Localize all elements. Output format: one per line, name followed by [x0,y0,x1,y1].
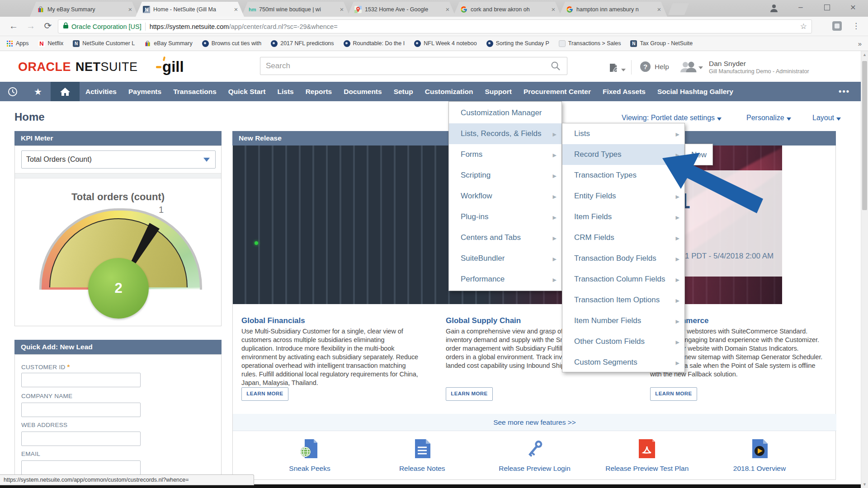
bookmark-transactions-sales[interactable]: Transactions > Sales [559,40,621,47]
learn-more-button[interactable]: LEARN MORE [241,387,288,401]
menu-item-scripting[interactable]: Scripting [449,165,561,186]
nav-item-payments[interactable]: Payments [123,82,167,101]
tab-ebay-summary[interactable]: My eBay Summary [30,2,138,17]
menu-item-plug-ins[interactable]: Plug-ins [449,206,561,227]
bookmark-nfl-week4[interactable]: NFL Week 4 noteboo [414,40,476,47]
close-icon[interactable] [550,6,557,13]
search-icon[interactable] [551,61,561,73]
nav-item-customization[interactable]: Customization [419,82,479,101]
svg-text:N: N [145,7,148,12]
close-icon[interactable] [444,6,451,13]
bookmarks-overflow-icon[interactable] [858,40,862,47]
bookmark-sorting-sunday[interactable]: Sorting the Sunday P [486,40,549,47]
nav-item-social-hashtag-gallery[interactable]: Social Hashtag Gallery [651,82,739,101]
tab-google-search-cork[interactable]: cork and brew akron oh [453,2,561,17]
email-field[interactable] [21,460,141,475]
help-icon[interactable]: ? [640,61,651,72]
customer-id-field[interactable] [21,373,141,387]
tab-google-maps[interactable]: 1532 Home Ave - Google [347,2,456,17]
tab-wine-boutique[interactable]: hm 750ml wine boutique | wi [241,2,350,17]
kpi-select[interactable]: Total Orders (Count) [21,150,216,169]
menu-item-performance[interactable]: Performance [449,269,561,290]
bookmark-netflix[interactable]: NNetflix [38,40,64,47]
layout-link[interactable]: Layout [812,114,841,123]
company-name-field[interactable] [21,403,141,417]
hm-icon: hm [249,6,256,13]
address-bar[interactable]: Oracle Corporation [US] https://system.n… [58,19,812,33]
browser-menu-icon[interactable] [852,19,860,33]
new-tab-button[interactable] [668,3,689,15]
nav-item-setup[interactable]: Setup [388,82,419,101]
bookmark-browns[interactable]: Browns cut ties with [202,40,261,47]
submenu-item-item-number-fields[interactable]: Item Number Fields [562,310,684,331]
release-notes-link[interactable]: Release Notes [373,433,472,480]
see-more-link[interactable]: See more new features >> [493,418,576,426]
bookmark-ebay-summary[interactable]: eBay Summary [144,40,192,47]
nav-item-quick-start[interactable]: Quick Start [222,82,272,101]
submenu-item-transaction-column-fields[interactable]: Transaction Column Fields [562,269,684,290]
nav-item-reports[interactable]: Reports [300,82,338,101]
global-search-input[interactable] [260,57,567,75]
extension-icon[interactable] [832,21,842,31]
bookmark-roundtable[interactable]: Roundtable: Do the I [344,40,405,47]
release-preview-login-link[interactable]: Release Preview Login [485,433,585,480]
kpi-meter-header[interactable]: KPI Meter [14,131,222,145]
user-avatar-icon[interactable] [679,61,698,75]
tab-netsuite-home[interactable]: N Home - NetSuite (Gill Ma [136,2,244,17]
scrollbar-thumb[interactable] [862,61,867,210]
forward-icon[interactable]: → [24,19,38,33]
recent-records-icon[interactable] [0,82,25,101]
sneak-peeks-link[interactable]: Sneak Peeks [260,433,359,480]
menu-item-forms[interactable]: Forms [449,144,561,165]
help-label[interactable]: Help [655,63,669,71]
nav-item-support[interactable]: Support [479,82,518,101]
nav-item-transactions[interactable]: Transactions [167,82,222,101]
menu-item-suitebundler[interactable]: SuiteBundler [449,248,561,269]
menu-item-lists-records-fields[interactable]: Lists, Records, & Fields [449,123,561,144]
shortcuts-star-icon[interactable] [25,82,51,101]
bookmark-apps[interactable]: Apps [6,40,29,47]
back-icon[interactable]: ← [6,19,21,33]
close-icon[interactable] [338,6,345,13]
menu-item-customization-manager[interactable]: Customization Manager [449,103,561,123]
profile-icon[interactable] [769,3,779,15]
close-icon[interactable] [232,6,240,13]
page-scrollbar[interactable] [861,51,868,488]
submenu-item-transaction-item-options[interactable]: Transaction Item Options [562,290,684,310]
bookmark-tax-group[interactable]: NTax Group - NetSuite [630,40,693,47]
personalize-link[interactable]: Personalize [746,114,791,123]
nav-item-lists[interactable]: Lists [271,82,299,101]
quick-add-header[interactable]: Quick Add: New Lead [14,340,222,354]
maximize-button[interactable] [817,0,837,15]
scroll-down-icon[interactable] [861,481,868,488]
refresh-icon[interactable]: ⟳ [41,19,55,33]
submenu-item-other-custom-fields[interactable]: Other Custom Fields [562,331,684,352]
bookmark-star-icon[interactable] [800,22,807,31]
nav-item-documents[interactable]: Documents [338,82,387,101]
submenu-item-crm-fields[interactable]: CRM Fields [562,227,684,248]
close-icon[interactable] [656,6,663,13]
release-preview-test-plan-link[interactable]: Release Preview Test Plan [597,433,697,480]
viewing-settings-link[interactable]: Viewing: Portlet date settings [622,114,722,123]
home-icon[interactable] [51,82,80,101]
close-icon[interactable] [127,6,134,13]
scroll-up-icon[interactable] [861,51,868,58]
overview-video-link[interactable]: 2018.1 Overview [710,433,809,480]
nav-item-activities[interactable]: Activities [80,82,123,101]
nav-item-procurement-center[interactable]: Procurement Center [518,82,597,101]
menu-item-workflow[interactable]: Workflow [449,186,561,206]
bookmark-netsuite-customer[interactable]: NNetSuite Customer L [73,40,135,47]
menu-item-centers-and-tabs[interactable]: Centers and Tabs [449,227,561,248]
web-address-field[interactable] [21,432,141,446]
quick-create-icon[interactable] [609,63,626,75]
learn-more-button[interactable]: LEARN MORE [650,387,697,401]
submenu-item-custom-segments[interactable]: Custom Segments [562,352,684,373]
submenu-item-transaction-body-fields[interactable]: Transaction Body Fields [562,248,684,269]
learn-more-button[interactable]: LEARN MORE [446,387,493,401]
nav-item-fixed-assets[interactable]: Fixed Assets [597,82,651,101]
tab-google-search-hampton[interactable]: hampton inn amesbury n [559,2,667,17]
bookmark-nfl-predictions[interactable]: 2017 NFL predictions [271,40,334,47]
minimize-button[interactable] [791,0,811,15]
user-name[interactable]: Dan Snyder [709,60,746,68]
close-window-button[interactable] [843,0,863,15]
